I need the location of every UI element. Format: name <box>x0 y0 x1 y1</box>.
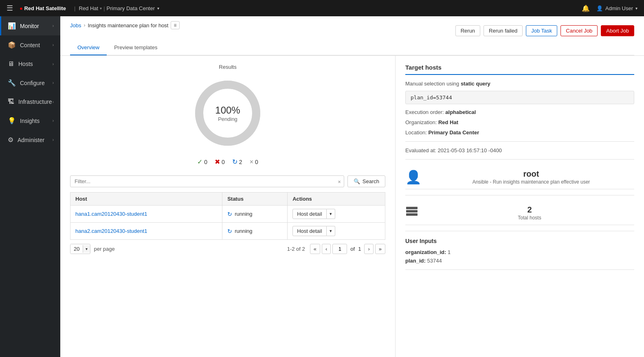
filter-input[interactable] <box>70 175 344 187</box>
navbar-right: 🔔 👤 Admin User ▾ <box>582 4 637 12</box>
sidebar-item-configure[interactable]: 🔧 Configure › <box>0 73 60 92</box>
last-page-button[interactable]: » <box>375 244 385 254</box>
org-name-label: Primary Data Center <box>107 5 155 11</box>
content-caret-icon: › <box>53 43 54 47</box>
rerun-button[interactable]: Rerun <box>455 25 480 36</box>
running-icon-0: ↻ <box>227 211 232 217</box>
hosts-card: 2 Total hosts <box>405 201 634 225</box>
manual-selection-label: Manual selection using <box>405 81 459 87</box>
pagination-row: 20 ▾ per page 1-2 of 2 « ‹ of 1 <box>70 244 385 254</box>
donut-pending-label: Pending <box>215 116 240 122</box>
tabs: Overview Preview templates <box>70 40 634 55</box>
sidebar-item-administer[interactable]: ⚙ Administer › <box>0 130 60 149</box>
filter-clear-icon[interactable]: × <box>338 178 341 184</box>
tab-preview-templates[interactable]: Preview templates <box>107 40 165 55</box>
organization-id-row: organization_id: 1 <box>405 249 634 255</box>
status-cell: ↻ running <box>222 223 288 240</box>
hosts-table: Host Status Actions hana1.cam20120430-st… <box>70 192 385 240</box>
host-detail-button-0[interactable]: Host detail <box>292 209 326 219</box>
organization-label: Organization: <box>405 119 437 125</box>
divider-3 <box>405 195 634 195</box>
plan-id-value: 53744 <box>427 258 442 264</box>
host-link-1[interactable]: hana2.cam20120430-student1 <box>75 228 147 234</box>
per-page-select[interactable]: 20 ▾ <box>70 244 90 254</box>
host-detail-button-1[interactable]: Host detail <box>292 226 326 236</box>
sidebar-item-hosts[interactable]: 🖥 Hosts › <box>0 55 60 73</box>
organization-row: Organization: Red Hat <box>405 119 634 125</box>
username-value: root <box>428 169 634 179</box>
user-card-info: root Ansible - Run insights maintenance … <box>428 169 634 185</box>
sidebar-item-infrastructure[interactable]: 🏗 Infrastructure › <box>0 92 60 111</box>
cancel-job-button[interactable]: Cancel Job <box>560 25 598 36</box>
insights-icon: 💡 <box>8 117 16 125</box>
next-page-button[interactable]: › <box>364 244 373 254</box>
breadcrumb-jobs-link[interactable]: Jobs <box>70 22 81 28</box>
search-button[interactable]: 🔍 Search <box>347 175 385 187</box>
per-page-wrapper: 20 ▾ per page <box>70 244 115 254</box>
hosts-card-info: 2 Total hosts <box>425 205 634 221</box>
static-query-label: static query <box>461 81 490 87</box>
per-page-caret-icon[interactable]: ▾ <box>83 245 90 253</box>
results-title: Results <box>70 64 385 70</box>
monitor-caret-icon: › <box>53 24 54 28</box>
page-actions: Rerun Rerun failed Job Task Cancel Job A… <box>455 21 634 40</box>
evaluated-value: 2021-05-03 16:57:10 -0400 <box>438 147 502 153</box>
notification-bell-icon[interactable]: 🔔 <box>582 4 590 12</box>
range-label: 1-2 of 2 <box>287 246 305 252</box>
abort-job-button[interactable]: Abort Job <box>601 25 634 36</box>
sidebar-item-monitor[interactable]: 📊 Monitor › <box>0 16 60 35</box>
infrastructure-icon: 🏗 <box>8 98 14 105</box>
sidebar-item-content-label: Content <box>20 42 53 48</box>
user-caret-icon[interactable]: ▾ <box>635 6 637 11</box>
prev-page-button[interactable]: ‹ <box>322 244 331 254</box>
status-text-1: running <box>235 228 252 234</box>
user-menu[interactable]: 👤 Admin User ▾ <box>596 5 637 11</box>
org-id-value: 1 <box>448 249 451 255</box>
left-panel: Results 100% Pending <box>60 56 396 357</box>
rerun-failed-button[interactable]: Rerun failed <box>484 25 523 36</box>
execution-order-value: alphabetical <box>445 109 476 115</box>
search-icon: 🔍 <box>354 178 360 184</box>
running-status-summary: ↻ 2 <box>232 158 242 166</box>
status-cell: ↻ running <box>222 206 288 223</box>
sidebar-item-infrastructure-label: Infrastructure <box>18 99 53 105</box>
hamburger-icon[interactable]: ☰ <box>7 4 13 13</box>
sidebar-item-content[interactable]: 📦 Content › <box>0 35 60 55</box>
plan-id-row: plan_id: 53744 <box>405 258 634 264</box>
divider-2 <box>405 159 634 160</box>
host-detail-caret-0[interactable]: ▾ <box>327 209 335 219</box>
tab-overview[interactable]: Overview <box>70 40 107 55</box>
nav-org[interactable]: Red Hat ▾ | Primary Data Center ▾ <box>79 5 159 11</box>
sidebar-item-insights[interactable]: 💡 Insights › <box>0 111 60 130</box>
user-card: 👤 root Ansible - Run insights maintenanc… <box>405 165 634 189</box>
col-host: Host <box>70 193 222 206</box>
breadcrumb-menu-icon[interactable]: ≡ <box>171 21 179 29</box>
administer-icon: ⚙ <box>8 136 13 144</box>
host-detail-caret-1[interactable]: ▾ <box>327 226 335 236</box>
hosts-caret-icon: › <box>53 62 54 66</box>
brand-logo: ● Red Hat Satellite <box>20 5 66 11</box>
donut-percentage: 100% <box>215 105 240 116</box>
content-icon: 📦 <box>8 41 16 49</box>
page-number-input[interactable] <box>332 244 347 254</box>
right-panel: Target hosts Manual selection using stat… <box>396 56 644 357</box>
target-hosts-title: Target hosts <box>405 64 634 75</box>
action-btn-group-1: Host detail ▾ <box>292 226 380 236</box>
first-page-button[interactable]: « <box>310 244 320 254</box>
execution-order-label: Execution order: <box>405 109 444 115</box>
nav-redhat-caret[interactable]: ▾ <box>100 6 102 11</box>
job-task-button[interactable]: Job Task <box>526 25 557 36</box>
filter-input-wrapper: × <box>70 175 344 187</box>
host-link-0[interactable]: hana1.cam20120430-student1 <box>75 211 147 217</box>
hosts-card-icon <box>405 206 418 219</box>
col-actions: Actions <box>288 193 385 206</box>
error-count: 0 <box>222 159 225 165</box>
location-value: Primary Data Center <box>428 129 479 136</box>
plan-id-label: plan_id: <box>405 258 426 264</box>
org-caret-icon[interactable]: ▾ <box>157 6 159 11</box>
svg-rect-4 <box>406 213 418 216</box>
running-icon-summary: ↻ <box>232 158 237 166</box>
breadcrumb-current: Insights maintenance plan for host <box>88 22 168 28</box>
org-redhat-label: Red Hat <box>79 5 98 11</box>
divider-1 <box>405 141 634 142</box>
